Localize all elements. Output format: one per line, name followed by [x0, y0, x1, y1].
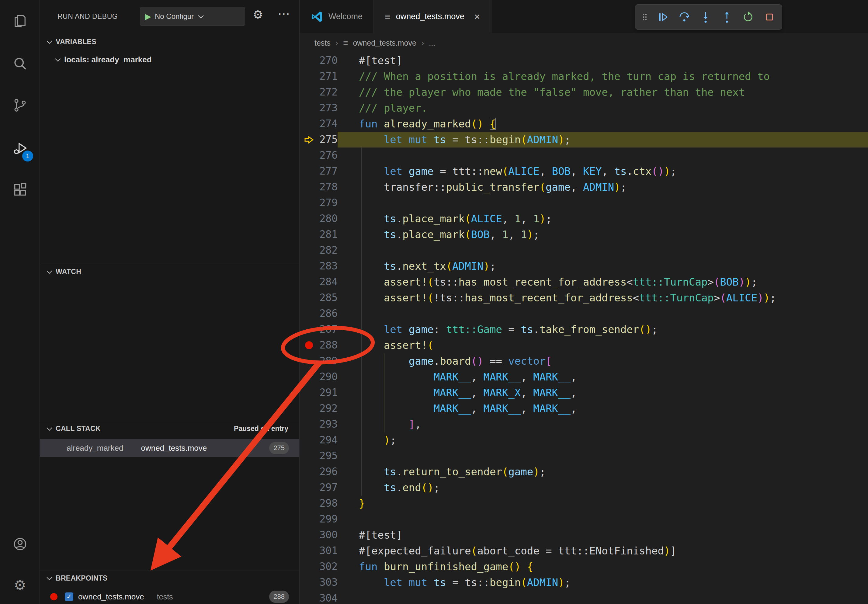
code-line-text[interactable]: ts.place_mark(BOB, 1, 1); — [338, 226, 868, 242]
code-line-text[interactable]: transfer::public_transfer(game, ADMIN); — [338, 179, 868, 195]
code-line-text[interactable]: fun already_marked() { — [338, 116, 868, 132]
step-into-button[interactable] — [696, 8, 715, 26]
code-line-text[interactable]: ts.end(); — [338, 480, 868, 496]
code-line-text[interactable]: let game: ttt::Game = ts.take_from_sende… — [338, 321, 868, 337]
code-line-text[interactable]: MARK__, MARK__, MARK__, — [338, 369, 868, 385]
call-stack-frame[interactable]: already_marked owned_tests.move 275 — [40, 439, 299, 457]
breakpoint-gutter[interactable] — [300, 480, 318, 496]
breakpoint-gutter[interactable] — [300, 353, 318, 369]
code-line-text[interactable]: } — [338, 496, 868, 511]
breakpoint-gutter[interactable] — [300, 369, 318, 385]
code-line-text[interactable]: let mut ts = ts::begin(ADMIN); — [338, 575, 868, 590]
code-line-text[interactable]: fun burn_unfinished_game() { — [338, 559, 868, 575]
section-variables[interactable]: VARIABLES — [40, 34, 299, 49]
account-button[interactable] — [0, 527, 40, 561]
breakpoint-gutter[interactable] — [300, 306, 318, 321]
code-line-text[interactable]: game.board() == vector[ — [338, 353, 868, 369]
code-line-text[interactable]: /// player. — [338, 100, 868, 116]
breakpoint-gutter[interactable] — [300, 590, 318, 604]
breakpoint-gutter[interactable] — [300, 401, 318, 417]
breakpoint-gutter[interactable] — [300, 385, 318, 401]
section-watch[interactable]: WATCH — [40, 264, 299, 279]
code-line-text[interactable]: /// When a position is already marked, t… — [338, 68, 868, 84]
code-line-text[interactable]: MARK__, MARK__, MARK__, — [338, 401, 868, 417]
breakpoint-gutter[interactable] — [300, 559, 318, 575]
code-line-text[interactable]: #[test] — [338, 527, 868, 543]
code-line-text[interactable]: ); — [338, 432, 868, 448]
sidebar-item-search[interactable] — [0, 47, 40, 80]
breakpoint-gutter[interactable] — [300, 527, 318, 543]
breakpoint-gutter[interactable] — [300, 258, 318, 274]
close-icon[interactable]: × — [474, 11, 480, 23]
section-call-stack[interactable]: CALL STACK Paused on entry — [40, 421, 299, 436]
tab-owned-tests-move[interactable]: ≡ owned_tests.move × — [374, 0, 491, 33]
code-line-text[interactable]: MARK__, MARK_X, MARK__, — [338, 385, 868, 401]
code-line-text[interactable]: ], — [338, 417, 868, 432]
breakpoint-gutter[interactable] — [300, 211, 318, 226]
restart-button[interactable] — [739, 8, 758, 26]
breakpoint-gutter[interactable] — [300, 575, 318, 590]
breakpoint-gutter[interactable] — [300, 68, 318, 84]
code-line-text[interactable] — [338, 147, 868, 163]
code-line-text[interactable]: let game = ttt::new(ALICE, BOB, KEY, ts.… — [338, 163, 868, 179]
code-line-text[interactable] — [338, 195, 868, 211]
breakpoint-list-item[interactable]: ✓ owned_tests.move tests 288 — [40, 589, 299, 604]
more-actions-icon[interactable]: ⋯ — [277, 7, 290, 21]
breadcrumb-tests[interactable]: tests — [315, 39, 330, 48]
breakpoint-gutter[interactable] — [300, 496, 318, 511]
breakpoint-gutter[interactable] — [300, 195, 318, 211]
breakpoint-gutter[interactable] — [300, 321, 318, 337]
code-line-text[interactable]: ts.place_mark(ALICE, 1, 1); — [338, 211, 868, 226]
breadcrumb-file[interactable]: owned_tests.move — [353, 39, 416, 48]
drag-handle[interactable] — [639, 8, 651, 26]
breakpoint-checkbox[interactable]: ✓ — [65, 592, 73, 601]
code-line-text[interactable]: let mut ts = ts::begin(ADMIN); — [338, 132, 868, 147]
breakpoint-gutter[interactable] — [300, 274, 318, 290]
breakpoint-gutter[interactable] — [300, 448, 318, 464]
debug-config-dropdown[interactable]: ▶ No Configur — [140, 7, 245, 26]
code-line-text[interactable]: assert!( — [338, 337, 868, 353]
breakpoint-gutter[interactable] — [300, 116, 318, 132]
breakpoint-gutter[interactable] — [300, 290, 318, 306]
section-breakpoints[interactable]: BREAKPOINTS — [40, 570, 299, 586]
breakpoint-gutter[interactable] — [300, 100, 318, 116]
breakpoint-gutter[interactable] — [300, 163, 318, 179]
code-line-text[interactable] — [338, 511, 868, 527]
breakpoint-gutter[interactable] — [300, 179, 318, 195]
gear-icon[interactable]: ⚙ — [253, 8, 263, 21]
breakpoint-gutter[interactable] — [300, 511, 318, 527]
sidebar-item-run-and-debug[interactable]: 1 — [0, 132, 40, 165]
start-debug-icon[interactable]: ▶ — [145, 12, 151, 21]
code-line-text[interactable]: ts.return_to_sender(game); — [338, 464, 868, 480]
breakpoint-gutter[interactable] — [300, 53, 318, 68]
code-line-text[interactable]: assert!(ts::has_most_recent_for_address<… — [338, 274, 868, 290]
continue-button[interactable] — [654, 8, 673, 26]
step-out-button[interactable] — [718, 8, 736, 26]
breakpoint-gutter[interactable] — [300, 417, 318, 432]
breakpoint-gutter[interactable] — [300, 132, 318, 147]
sidebar-item-extensions[interactable] — [0, 173, 40, 206]
breakpoint-gutter[interactable] — [300, 147, 318, 163]
code-line-text[interactable]: #[expected_failure(abort_code = ttt::ENo… — [338, 543, 868, 559]
breakpoint-gutter[interactable] — [300, 432, 318, 448]
code-line-text[interactable]: ts.next_tx(ADMIN); — [338, 258, 868, 274]
code-line-text[interactable] — [338, 590, 868, 604]
settings-button[interactable]: ⚙ — [0, 568, 40, 602]
variables-scope-row[interactable]: locals: already_marked — [40, 52, 299, 68]
breakpoint-gutter[interactable] — [300, 242, 318, 258]
code-line-text[interactable]: assert!(!ts::has_most_recent_for_address… — [338, 290, 868, 306]
sidebar-item-source-control[interactable] — [0, 88, 40, 122]
breakpoint-gutter[interactable] — [300, 464, 318, 480]
step-over-button[interactable] — [675, 8, 694, 26]
stop-button[interactable] — [760, 8, 779, 26]
code-line-text[interactable] — [338, 306, 868, 321]
code-line-text[interactable] — [338, 242, 868, 258]
breadcrumb-more[interactable]: ... — [429, 39, 435, 48]
sidebar-item-explorer[interactable] — [0, 4, 40, 38]
breakpoint-gutter[interactable] — [300, 84, 318, 100]
breakpoint-gutter[interactable] — [300, 337, 318, 353]
breakpoint-gutter[interactable] — [300, 543, 318, 559]
code-line-text[interactable]: #[test] — [338, 53, 868, 68]
breakpoint-gutter[interactable] — [300, 226, 318, 242]
code-line-text[interactable] — [338, 448, 868, 464]
